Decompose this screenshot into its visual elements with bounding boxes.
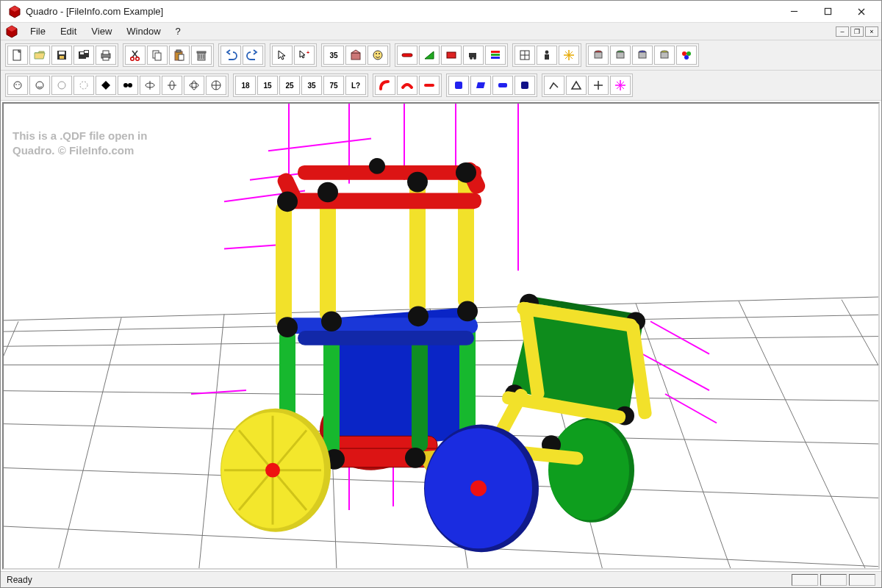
diamond-button[interactable] bbox=[96, 76, 116, 95]
mirror-3-button[interactable] bbox=[184, 76, 204, 95]
face-set-2-button[interactable] bbox=[29, 76, 50, 95]
svg-rect-47 bbox=[491, 51, 500, 53]
bucket-yellow-button[interactable] bbox=[654, 46, 675, 65]
len-35-button[interactable]: 35 bbox=[301, 76, 322, 95]
svg-point-40 bbox=[379, 53, 380, 54]
menu-window[interactable]: Window bbox=[119, 24, 168, 38]
sparkle-button[interactable] bbox=[559, 46, 579, 65]
blue-dark-button[interactable] bbox=[514, 76, 535, 95]
grid1-button[interactable] bbox=[514, 46, 535, 65]
len-75-button[interactable]: 75 bbox=[323, 76, 344, 95]
svg-line-113 bbox=[739, 301, 878, 568]
red-curve-2-button[interactable] bbox=[397, 76, 417, 95]
mirror-1-button[interactable] bbox=[140, 76, 160, 95]
bucket-red-button[interactable] bbox=[588, 46, 609, 65]
spark-pink-button[interactable] bbox=[610, 76, 631, 95]
menu-file[interactable]: File bbox=[23, 24, 53, 38]
svg-rect-36 bbox=[351, 53, 360, 60]
svg-rect-11 bbox=[60, 56, 64, 59]
menu-edit[interactable]: Edit bbox=[53, 24, 84, 38]
stack-button[interactable] bbox=[485, 46, 506, 65]
save-button[interactable] bbox=[51, 46, 72, 65]
blue-square-button[interactable] bbox=[448, 76, 469, 95]
black-nodes-button[interactable] bbox=[118, 76, 138, 95]
svg-point-84 bbox=[192, 81, 196, 90]
svg-point-161 bbox=[408, 306, 429, 327]
svg-point-132 bbox=[548, 420, 629, 520]
delete-button[interactable] bbox=[191, 46, 212, 65]
menu-view[interactable]: View bbox=[84, 24, 119, 38]
svg-marker-42 bbox=[425, 51, 434, 59]
face-set-1-button[interactable] bbox=[7, 76, 28, 95]
draw-2-button[interactable] bbox=[566, 76, 587, 95]
svg-rect-48 bbox=[491, 54, 500, 56]
green-wedge-button[interactable] bbox=[419, 46, 440, 65]
menu-help[interactable]: ? bbox=[168, 24, 188, 38]
select-arrow-button[interactable] bbox=[272, 46, 293, 65]
face-set-4-button[interactable] bbox=[74, 76, 94, 95]
svg-point-83 bbox=[190, 83, 198, 87]
bucket-blue-button[interactable] bbox=[632, 46, 653, 65]
bucket-green-button[interactable] bbox=[610, 46, 631, 65]
len-18-button[interactable]: 18 bbox=[235, 76, 256, 95]
svg-point-70 bbox=[14, 82, 21, 89]
svg-point-72 bbox=[18, 84, 20, 85]
svg-point-74 bbox=[58, 82, 65, 89]
draw-3-button[interactable] bbox=[588, 76, 609, 95]
svg-line-129 bbox=[650, 321, 709, 354]
len-25-button[interactable]: 25 bbox=[279, 76, 300, 95]
svg-line-107 bbox=[48, 318, 121, 568]
mirror-4-button[interactable] bbox=[206, 76, 226, 95]
minimize-button[interactable] bbox=[777, 1, 811, 23]
mirror-2-button[interactable] bbox=[162, 76, 182, 95]
svg-rect-147 bbox=[320, 191, 336, 322]
draw-1-button[interactable] bbox=[544, 76, 564, 95]
maximize-button[interactable] bbox=[811, 1, 845, 23]
mdi-restore-button[interactable]: ❐ bbox=[850, 26, 864, 37]
svg-point-22 bbox=[136, 57, 140, 61]
save-as-button[interactable] bbox=[74, 46, 94, 65]
cut-button[interactable] bbox=[125, 46, 146, 65]
svg-rect-91 bbox=[498, 83, 507, 87]
svg-point-158 bbox=[369, 158, 385, 174]
blue-trap-button[interactable] bbox=[470, 76, 491, 95]
svg-rect-24 bbox=[155, 53, 161, 60]
new-button[interactable] bbox=[7, 46, 28, 65]
mdi-minimize-button[interactable]: – bbox=[836, 26, 849, 37]
close-button[interactable] bbox=[845, 1, 878, 23]
toolbar-parts-1-group: 35 bbox=[321, 43, 390, 67]
svg-point-155 bbox=[318, 182, 338, 203]
person-button[interactable] bbox=[537, 46, 557, 65]
redo-button[interactable] bbox=[243, 46, 263, 65]
svg-point-187 bbox=[470, 481, 487, 497]
status-indicator-3 bbox=[849, 574, 875, 586]
svg-line-106 bbox=[4, 321, 18, 568]
title-bar: Quadro - [FileInfo.com Example] bbox=[1, 1, 881, 23]
rgb-button[interactable] bbox=[676, 46, 697, 65]
red-straight-button[interactable] bbox=[419, 76, 440, 95]
package-button[interactable] bbox=[345, 46, 366, 65]
red-curve-button[interactable] bbox=[375, 76, 395, 95]
svg-point-184 bbox=[265, 463, 280, 478]
blue-rect-button[interactable] bbox=[492, 76, 513, 95]
svg-rect-92 bbox=[521, 82, 528, 89]
face-set-3-button[interactable] bbox=[51, 76, 72, 95]
mdi-close-button[interactable]: × bbox=[865, 26, 878, 37]
len-measure-button[interactable]: L? bbox=[345, 76, 366, 95]
select-arrow-plus-button[interactable]: + bbox=[294, 46, 315, 65]
face-button[interactable] bbox=[368, 46, 388, 65]
train-icon-button[interactable] bbox=[463, 46, 484, 65]
svg-rect-27 bbox=[179, 54, 184, 60]
svg-rect-26 bbox=[176, 50, 181, 52]
undo-button[interactable] bbox=[220, 46, 241, 65]
copy-button[interactable] bbox=[147, 46, 168, 65]
paste-button[interactable] bbox=[169, 46, 190, 65]
svg-rect-41 bbox=[402, 54, 412, 57]
open-button[interactable] bbox=[29, 46, 50, 65]
part-35-button[interactable]: 35 bbox=[323, 46, 344, 65]
red-tube-button[interactable] bbox=[397, 46, 417, 65]
print-button[interactable] bbox=[96, 46, 116, 65]
len-15-button[interactable]: 15 bbox=[257, 76, 278, 95]
red-block-button[interactable] bbox=[441, 46, 462, 65]
viewport-3d[interactable]: This is a .QDF file open in Quadro. © Fi… bbox=[2, 102, 880, 570]
